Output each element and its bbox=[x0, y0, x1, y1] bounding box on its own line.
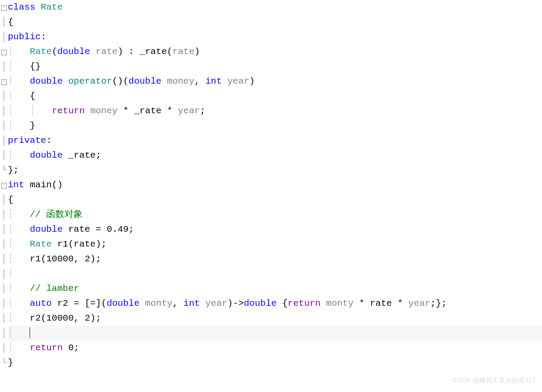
code-line[interactable]: ┆ return 0; bbox=[8, 341, 542, 355]
code-token: money bbox=[90, 106, 118, 116]
code-token: 10000 bbox=[46, 313, 74, 323]
code-token: ; bbox=[128, 224, 134, 234]
gutter-cell[interactable]: │ bbox=[0, 237, 8, 252]
gutter-cell[interactable]: │ bbox=[0, 326, 8, 341]
code-line[interactable]: public: bbox=[8, 30, 542, 44]
code-line[interactable]: ┆ r1(10000, 2); bbox=[8, 252, 542, 267]
code-token: } bbox=[8, 358, 13, 368]
code-token: money bbox=[167, 76, 195, 86]
gutter-cell[interactable]: │ bbox=[0, 193, 8, 207]
code-line[interactable]: ┆ double operator()(double money, int ye… bbox=[8, 74, 542, 89]
code-token: ) bbox=[195, 47, 200, 57]
code-line[interactable]: } bbox=[8, 355, 542, 370]
code-line[interactable]: ┆ bbox=[8, 267, 542, 281]
fold-icon[interactable]: − bbox=[1, 79, 7, 85]
text-cursor bbox=[30, 328, 30, 338]
code-token: ); bbox=[90, 313, 101, 323]
gutter-cell[interactable]: │ bbox=[0, 207, 8, 222]
code-line[interactable]: ┆ bbox=[8, 326, 542, 341]
code-token: double bbox=[57, 47, 95, 57]
gutter-cell[interactable]: − bbox=[0, 74, 8, 89]
code-line[interactable]: { bbox=[8, 193, 542, 207]
gutter-cell[interactable]: │ bbox=[0, 296, 8, 311]
code-token: } bbox=[30, 121, 35, 131]
gutter-cell[interactable]: │ bbox=[0, 118, 8, 133]
gutter-cell[interactable]: │ bbox=[0, 148, 8, 163]
gutter-cell[interactable]: │ bbox=[0, 15, 8, 30]
code-token: )-> bbox=[227, 298, 244, 308]
code-line[interactable]: ┆ {} bbox=[8, 59, 542, 74]
code-token: year bbox=[227, 76, 249, 86]
code-token: , bbox=[172, 298, 183, 308]
code-token: double bbox=[107, 298, 145, 308]
code-token: r2( bbox=[30, 313, 46, 323]
code-line[interactable]: ┆ Rate(double rate) : _rate(rate) bbox=[8, 44, 542, 59]
code-token: { bbox=[8, 17, 13, 27]
code-token: year bbox=[178, 106, 200, 116]
code-token: rate = bbox=[68, 224, 107, 234]
code-token: ); bbox=[90, 254, 101, 264]
code-token: rate bbox=[172, 47, 194, 57]
code-token: Rate bbox=[41, 2, 63, 12]
code-line[interactable]: int main() bbox=[8, 178, 542, 193]
code-token: int bbox=[183, 298, 205, 308]
code-line[interactable]: }; bbox=[8, 163, 542, 178]
code-line[interactable]: class Rate bbox=[8, 0, 542, 15]
code-line[interactable]: ┆ double rate = 0.49; bbox=[8, 222, 542, 237]
code-token: ()( bbox=[112, 76, 129, 86]
code-token: public bbox=[8, 32, 41, 42]
code-token: double bbox=[244, 298, 282, 308]
code-token: r1( bbox=[30, 254, 46, 264]
code-token: * _rate * bbox=[118, 106, 178, 116]
code-token: year bbox=[408, 298, 430, 308]
code-line[interactable]: ┆ double _rate; bbox=[8, 148, 542, 163]
gutter-cell[interactable]: │ bbox=[0, 252, 8, 267]
code-token: ) bbox=[249, 76, 255, 86]
code-token: { bbox=[8, 195, 13, 205]
gutter-cell[interactable]: │ bbox=[0, 311, 8, 326]
code-token: { bbox=[282, 298, 288, 308]
gutter-cell[interactable]: − bbox=[0, 0, 8, 15]
code-area[interactable]: class Rate{public:┆ Rate(double rate) : … bbox=[8, 0, 542, 370]
code-token: { bbox=[30, 91, 35, 101]
code-line[interactable]: ┆ ┆ return money * _rate * year; bbox=[8, 104, 542, 118]
code-line[interactable]: ┆ { bbox=[8, 89, 542, 104]
code-line[interactable]: ┆ // lamber bbox=[8, 281, 542, 296]
code-line[interactable]: ┆ r2(10000, 2); bbox=[8, 311, 542, 326]
code-token: {} bbox=[30, 61, 40, 71]
code-token: , bbox=[195, 76, 205, 86]
code-line[interactable]: private: bbox=[8, 133, 542, 148]
code-token: monty bbox=[145, 298, 172, 308]
fold-icon[interactable]: − bbox=[1, 5, 7, 11]
code-token: }; bbox=[8, 165, 19, 175]
code-token: Rate bbox=[30, 47, 51, 57]
gutter-cell[interactable]: │ bbox=[0, 59, 8, 74]
code-token: return bbox=[30, 343, 68, 353]
gutter-cell[interactable]: − bbox=[0, 44, 8, 59]
code-line[interactable]: { bbox=[8, 15, 542, 30]
gutter-cell[interactable]: └ bbox=[0, 355, 8, 370]
gutter-cell[interactable]: │ bbox=[0, 89, 8, 104]
gutter-cell[interactable]: │ bbox=[0, 222, 8, 237]
code-token: // 函数对象 bbox=[30, 210, 83, 220]
code-line[interactable]: ┆ // 函数对象 bbox=[8, 207, 542, 222]
gutter-cell[interactable]: │ bbox=[0, 281, 8, 296]
gutter-cell[interactable]: │ bbox=[0, 30, 8, 44]
code-token: int bbox=[8, 180, 30, 190]
code-token: monty bbox=[326, 298, 353, 308]
gutter-cell[interactable]: − bbox=[0, 178, 8, 193]
code-token: year bbox=[205, 298, 227, 308]
code-token: ;}; bbox=[431, 298, 447, 308]
gutter-cell[interactable]: │ bbox=[0, 133, 8, 148]
gutter-cell[interactable]: │ bbox=[0, 341, 8, 355]
code-token: operator bbox=[68, 76, 112, 86]
code-line[interactable]: ┆ } bbox=[8, 118, 542, 133]
code-token: // lamber bbox=[30, 284, 79, 294]
gutter-cell[interactable]: │ bbox=[0, 267, 8, 281]
code-line[interactable]: ┆ auto r2 = [=](double monty, int year)-… bbox=[8, 296, 542, 311]
gutter-cell[interactable]: │ bbox=[0, 104, 8, 118]
fold-icon[interactable]: − bbox=[1, 183, 7, 189]
code-line[interactable]: ┆ Rate r1(rate); bbox=[8, 237, 542, 252]
gutter-cell[interactable]: └ bbox=[0, 163, 8, 178]
fold-icon[interactable]: − bbox=[1, 50, 7, 55]
